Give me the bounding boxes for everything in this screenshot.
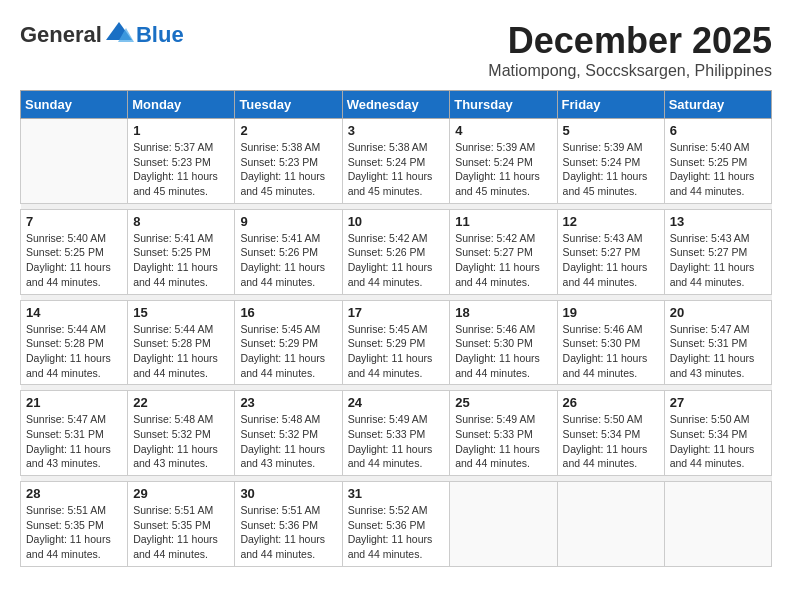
day-cell: 26Sunrise: 5:50 AM Sunset: 5:34 PM Dayli… (557, 391, 664, 476)
day-cell (450, 482, 557, 567)
day-cell: 21Sunrise: 5:47 AM Sunset: 5:31 PM Dayli… (21, 391, 128, 476)
day-number: 13 (670, 214, 766, 229)
day-number: 27 (670, 395, 766, 410)
week-row-1: 7Sunrise: 5:40 AM Sunset: 5:25 PM Daylig… (21, 209, 772, 294)
day-cell (557, 482, 664, 567)
day-number: 28 (26, 486, 122, 501)
header: General Blue December 2025 Matiompong, S… (20, 20, 772, 80)
day-number: 23 (240, 395, 336, 410)
day-cell: 12Sunrise: 5:43 AM Sunset: 5:27 PM Dayli… (557, 209, 664, 294)
day-info: Sunrise: 5:51 AM Sunset: 5:35 PM Dayligh… (26, 503, 122, 562)
day-number: 1 (133, 123, 229, 138)
day-info: Sunrise: 5:42 AM Sunset: 5:27 PM Dayligh… (455, 231, 551, 290)
day-number: 25 (455, 395, 551, 410)
day-info: Sunrise: 5:41 AM Sunset: 5:25 PM Dayligh… (133, 231, 229, 290)
day-info: Sunrise: 5:46 AM Sunset: 5:30 PM Dayligh… (455, 322, 551, 381)
day-info: Sunrise: 5:42 AM Sunset: 5:26 PM Dayligh… (348, 231, 445, 290)
day-cell: 31Sunrise: 5:52 AM Sunset: 5:36 PM Dayli… (342, 482, 450, 567)
day-info: Sunrise: 5:51 AM Sunset: 5:36 PM Dayligh… (240, 503, 336, 562)
day-info: Sunrise: 5:48 AM Sunset: 5:32 PM Dayligh… (240, 412, 336, 471)
day-info: Sunrise: 5:52 AM Sunset: 5:36 PM Dayligh… (348, 503, 445, 562)
title-area: December 2025 Matiompong, Soccsksargen, … (488, 20, 772, 80)
day-cell: 13Sunrise: 5:43 AM Sunset: 5:27 PM Dayli… (664, 209, 771, 294)
day-cell: 19Sunrise: 5:46 AM Sunset: 5:30 PM Dayli… (557, 300, 664, 385)
day-cell: 6Sunrise: 5:40 AM Sunset: 5:25 PM Daylig… (664, 119, 771, 204)
day-cell: 7Sunrise: 5:40 AM Sunset: 5:25 PM Daylig… (21, 209, 128, 294)
day-cell (664, 482, 771, 567)
logo: General Blue (20, 20, 184, 50)
day-cell: 10Sunrise: 5:42 AM Sunset: 5:26 PM Dayli… (342, 209, 450, 294)
day-cell: 9Sunrise: 5:41 AM Sunset: 5:26 PM Daylig… (235, 209, 342, 294)
day-info: Sunrise: 5:47 AM Sunset: 5:31 PM Dayligh… (26, 412, 122, 471)
day-cell: 27Sunrise: 5:50 AM Sunset: 5:34 PM Dayli… (664, 391, 771, 476)
day-number: 19 (563, 305, 659, 320)
day-cell: 2Sunrise: 5:38 AM Sunset: 5:23 PM Daylig… (235, 119, 342, 204)
day-info: Sunrise: 5:41 AM Sunset: 5:26 PM Dayligh… (240, 231, 336, 290)
calendar-header-row: SundayMondayTuesdayWednesdayThursdayFrid… (21, 91, 772, 119)
day-number: 10 (348, 214, 445, 229)
day-info: Sunrise: 5:49 AM Sunset: 5:33 PM Dayligh… (348, 412, 445, 471)
day-number: 14 (26, 305, 122, 320)
header-friday: Friday (557, 91, 664, 119)
header-thursday: Thursday (450, 91, 557, 119)
day-cell: 23Sunrise: 5:48 AM Sunset: 5:32 PM Dayli… (235, 391, 342, 476)
header-tuesday: Tuesday (235, 91, 342, 119)
day-cell: 5Sunrise: 5:39 AM Sunset: 5:24 PM Daylig… (557, 119, 664, 204)
day-cell: 25Sunrise: 5:49 AM Sunset: 5:33 PM Dayli… (450, 391, 557, 476)
day-info: Sunrise: 5:45 AM Sunset: 5:29 PM Dayligh… (348, 322, 445, 381)
day-info: Sunrise: 5:37 AM Sunset: 5:23 PM Dayligh… (133, 140, 229, 199)
day-number: 11 (455, 214, 551, 229)
day-number: 30 (240, 486, 336, 501)
header-saturday: Saturday (664, 91, 771, 119)
day-cell: 8Sunrise: 5:41 AM Sunset: 5:25 PM Daylig… (128, 209, 235, 294)
day-number: 7 (26, 214, 122, 229)
day-cell: 4Sunrise: 5:39 AM Sunset: 5:24 PM Daylig… (450, 119, 557, 204)
day-info: Sunrise: 5:44 AM Sunset: 5:28 PM Dayligh… (26, 322, 122, 381)
day-info: Sunrise: 5:44 AM Sunset: 5:28 PM Dayligh… (133, 322, 229, 381)
day-cell: 29Sunrise: 5:51 AM Sunset: 5:35 PM Dayli… (128, 482, 235, 567)
day-cell: 3Sunrise: 5:38 AM Sunset: 5:24 PM Daylig… (342, 119, 450, 204)
day-number: 24 (348, 395, 445, 410)
day-number: 16 (240, 305, 336, 320)
week-row-2: 14Sunrise: 5:44 AM Sunset: 5:28 PM Dayli… (21, 300, 772, 385)
day-info: Sunrise: 5:38 AM Sunset: 5:23 PM Dayligh… (240, 140, 336, 199)
day-info: Sunrise: 5:43 AM Sunset: 5:27 PM Dayligh… (563, 231, 659, 290)
day-cell: 30Sunrise: 5:51 AM Sunset: 5:36 PM Dayli… (235, 482, 342, 567)
header-sunday: Sunday (21, 91, 128, 119)
day-cell: 16Sunrise: 5:45 AM Sunset: 5:29 PM Dayli… (235, 300, 342, 385)
day-info: Sunrise: 5:40 AM Sunset: 5:25 PM Dayligh… (26, 231, 122, 290)
day-cell: 28Sunrise: 5:51 AM Sunset: 5:35 PM Dayli… (21, 482, 128, 567)
week-row-3: 21Sunrise: 5:47 AM Sunset: 5:31 PM Dayli… (21, 391, 772, 476)
day-cell: 1Sunrise: 5:37 AM Sunset: 5:23 PM Daylig… (128, 119, 235, 204)
day-number: 9 (240, 214, 336, 229)
day-number: 26 (563, 395, 659, 410)
day-info: Sunrise: 5:40 AM Sunset: 5:25 PM Dayligh… (670, 140, 766, 199)
day-number: 31 (348, 486, 445, 501)
day-info: Sunrise: 5:38 AM Sunset: 5:24 PM Dayligh… (348, 140, 445, 199)
day-info: Sunrise: 5:45 AM Sunset: 5:29 PM Dayligh… (240, 322, 336, 381)
month-title: December 2025 (488, 20, 772, 62)
day-number: 6 (670, 123, 766, 138)
day-cell: 18Sunrise: 5:46 AM Sunset: 5:30 PM Dayli… (450, 300, 557, 385)
day-info: Sunrise: 5:39 AM Sunset: 5:24 PM Dayligh… (563, 140, 659, 199)
day-number: 21 (26, 395, 122, 410)
day-info: Sunrise: 5:39 AM Sunset: 5:24 PM Dayligh… (455, 140, 551, 199)
day-info: Sunrise: 5:48 AM Sunset: 5:32 PM Dayligh… (133, 412, 229, 471)
day-cell: 14Sunrise: 5:44 AM Sunset: 5:28 PM Dayli… (21, 300, 128, 385)
day-cell: 15Sunrise: 5:44 AM Sunset: 5:28 PM Dayli… (128, 300, 235, 385)
header-wednesday: Wednesday (342, 91, 450, 119)
day-cell: 22Sunrise: 5:48 AM Sunset: 5:32 PM Dayli… (128, 391, 235, 476)
day-cell: 20Sunrise: 5:47 AM Sunset: 5:31 PM Dayli… (664, 300, 771, 385)
day-number: 18 (455, 305, 551, 320)
day-info: Sunrise: 5:43 AM Sunset: 5:27 PM Dayligh… (670, 231, 766, 290)
day-number: 12 (563, 214, 659, 229)
calendar-table: SundayMondayTuesdayWednesdayThursdayFrid… (20, 90, 772, 567)
day-info: Sunrise: 5:50 AM Sunset: 5:34 PM Dayligh… (563, 412, 659, 471)
day-number: 17 (348, 305, 445, 320)
day-number: 2 (240, 123, 336, 138)
day-cell: 17Sunrise: 5:45 AM Sunset: 5:29 PM Dayli… (342, 300, 450, 385)
day-cell: 24Sunrise: 5:49 AM Sunset: 5:33 PM Dayli… (342, 391, 450, 476)
header-monday: Monday (128, 91, 235, 119)
day-number: 3 (348, 123, 445, 138)
day-number: 8 (133, 214, 229, 229)
